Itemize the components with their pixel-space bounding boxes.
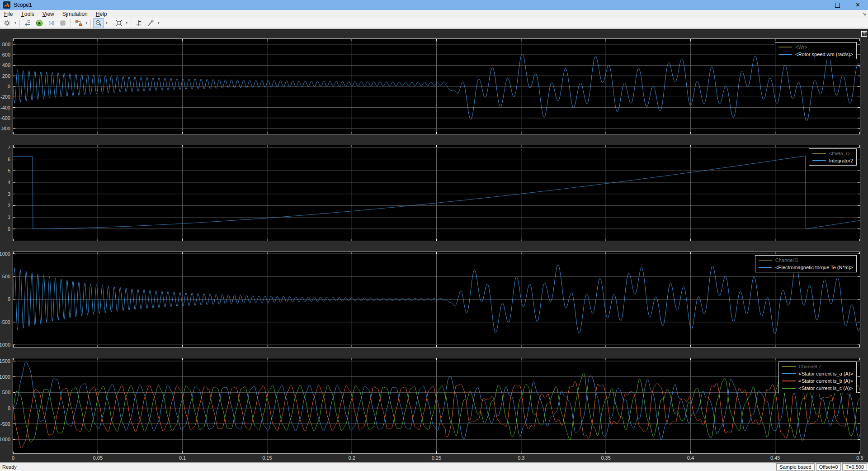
legend-line-swatch <box>759 267 772 268</box>
configuration-properties-button[interactable] <box>2 18 13 28</box>
legend-label: <theta_r> <box>829 151 850 156</box>
y-axis-tick-label: 0 <box>8 84 10 89</box>
triggers-icon <box>147 19 154 27</box>
legend-entry: <Electromagnetic torque Te (N*m)> <box>759 264 853 271</box>
cursor-measurements-button[interactable] <box>133 18 144 28</box>
y-axis-tick-label: -500 <box>0 319 10 325</box>
legend-entry: <Stator current is_a (A)> <box>782 371 853 377</box>
close-button[interactable]: × <box>848 0 868 10</box>
signal-selector-button[interactable] <box>73 18 84 28</box>
signal-selector-dropdown[interactable]: ▾ <box>85 21 89 25</box>
y-axis-tick-label: 0 <box>8 405 10 411</box>
legend-label: <Wr> <box>795 44 807 50</box>
autoscale-button[interactable] <box>113 18 124 28</box>
legend-line-swatch <box>778 47 792 48</box>
legend-label: Channel 7 <box>799 364 821 369</box>
legend-rotor-speed[interactable]: <Wr><Rotor speed wm (rad/s)> <box>775 42 857 59</box>
x-axis-tick-label: 0.35 <box>601 455 610 461</box>
legend-label: <Stator current is_a (A)> <box>799 371 853 376</box>
zoom-button[interactable] <box>93 18 104 28</box>
y-axis-tick-label: 5 <box>8 168 10 173</box>
plot-currents[interactable]: Channel 7<Stator current is_a (A)><Stato… <box>13 358 860 454</box>
triggers-button[interactable] <box>145 18 156 28</box>
menu-file[interactable]: File <box>0 10 17 18</box>
toolbar: ▾▾▾▾▾ <box>0 18 868 28</box>
toolbar-separator <box>131 19 131 27</box>
x-axis-tick-label: 0.5 <box>856 455 863 461</box>
highlight-simulink-block-button[interactable] <box>22 18 33 28</box>
signal-selector-icon <box>75 19 82 27</box>
menubar-overflow-icon[interactable]: ↘ <box>863 12 866 16</box>
stop-icon <box>59 19 66 27</box>
scope-canvas: <Wr><Rotor speed wm (rad/s)>800600400200… <box>0 28 868 462</box>
legend-entry: Channel 7 <box>782 363 853 370</box>
menu-simulation[interactable]: Simulation <box>58 10 92 18</box>
y-axis-tick-label: 2 <box>8 203 10 208</box>
autoscale-dropdown[interactable]: ▾ <box>125 21 129 25</box>
maximize-icon <box>835 3 840 8</box>
legend-entry: <theta_r> <box>812 150 853 157</box>
y-axis-tick-label: 1500 <box>0 358 10 364</box>
y-axis-tick-label: 200 <box>2 73 10 79</box>
status-panel-offset: Offset=0 <box>816 463 841 471</box>
legend-entry: <Wr> <box>778 44 853 50</box>
x-axis-tick-label: 0.4 <box>687 455 694 461</box>
x-axis-tick-label: 0.05 <box>93 455 103 461</box>
y-axis-tick-label: 600 <box>2 52 10 57</box>
toolbar-separator <box>71 19 71 27</box>
y-axis-tick-label: -600 <box>0 115 10 121</box>
close-icon: × <box>856 1 860 9</box>
title-bar[interactable]: Scope1 × <box>0 0 868 10</box>
status-bar: Ready Sample basedOffset=0T=0.500 <box>0 462 868 471</box>
legend-entry: Channel 5 <box>759 257 853 263</box>
autoscale-icon <box>115 19 123 27</box>
legend-label: <Electromagnetic torque Te (N*m)> <box>775 265 853 270</box>
triggers-dropdown[interactable]: ▾ <box>156 21 161 25</box>
plot-torque[interactable]: Channel 5<Electromagnetic torque Te (N*m… <box>13 252 860 347</box>
legend-torque[interactable]: Channel 5<Electromagnetic torque Te (N*m… <box>755 255 857 272</box>
y-axis-tick-label: -1000 <box>0 342 10 347</box>
legend-entry: Integrator2 <box>812 157 853 164</box>
legend-label: <Stator current is_b (A)> <box>799 378 853 384</box>
configuration-properties-dropdown[interactable]: ▾ <box>13 21 18 25</box>
menu-view[interactable]: View <box>38 10 58 18</box>
x-axis-tick-label: 0 <box>12 455 14 461</box>
menu-help[interactable]: Help <box>92 10 111 18</box>
x-axis-tick-label: 0.25 <box>432 455 441 461</box>
y-axis-tick-label: 500 <box>2 390 10 395</box>
status-panel-sample-mode: Sample based <box>776 463 814 471</box>
toolbar-separator <box>111 19 111 27</box>
legend-line-swatch <box>812 160 826 161</box>
legend-line-swatch <box>782 388 796 389</box>
y-axis-tick-label: 0 <box>8 296 10 302</box>
y-axis-tick-label: 3 <box>8 191 10 197</box>
legend-theta[interactable]: <theta_r>Integrator2 <box>809 148 857 166</box>
legend-line-swatch <box>782 366 796 367</box>
x-axis-tick-label: 0.15 <box>262 455 272 461</box>
status-panel-time: T=0.500 <box>842 463 867 471</box>
legend-line-swatch <box>812 153 826 154</box>
menu-tools[interactable]: Tools <box>17 10 38 18</box>
menu-bar: FileToolsViewSimulationHelp <box>0 10 868 18</box>
y-axis-tick-label: -200 <box>0 94 10 100</box>
dock-button[interactable] <box>861 30 867 38</box>
minimize-button[interactable] <box>807 0 827 10</box>
zoom-dropdown[interactable]: ▾ <box>104 21 109 25</box>
step-forward-button[interactable] <box>46 18 57 28</box>
y-axis-tick-label: -800 <box>0 126 10 131</box>
y-axis-tick-label: 4 <box>8 180 10 185</box>
plot-theta[interactable]: <theta_r>Integrator2 <box>13 145 860 241</box>
toolbar-separator <box>90 19 91 27</box>
toolbar-separator <box>19 19 20 27</box>
run-button[interactable] <box>34 18 45 28</box>
stop-button[interactable] <box>57 18 68 28</box>
plot-rotor-speed[interactable]: <Wr><Rotor speed wm (rad/s)> <box>13 38 860 134</box>
y-axis-tick-label: 6 <box>8 157 10 162</box>
gear-icon <box>4 19 11 27</box>
legend-line-swatch <box>778 54 792 55</box>
legend-currents[interactable]: Channel 7<Stator current is_a (A)><Stato… <box>778 362 857 393</box>
maximize-button[interactable] <box>827 0 848 10</box>
legend-line-swatch <box>782 381 796 381</box>
cursor-measurements-icon <box>135 19 142 27</box>
legend-entry: <Stator current is_c (A)> <box>782 385 853 391</box>
